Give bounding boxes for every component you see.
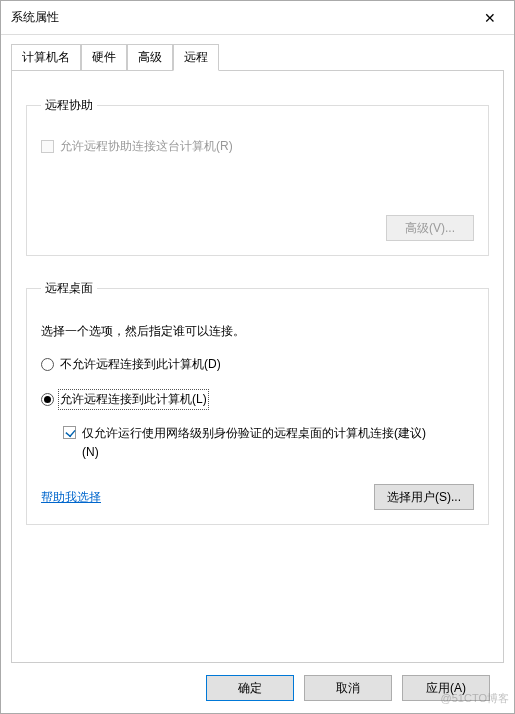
group-remote-assist: 远程协助 允许远程协助连接这台计算机(R) 高级(V)... — [26, 97, 489, 256]
radio-icon — [41, 393, 54, 406]
checkbox-icon — [41, 140, 54, 153]
button-cancel[interactable]: 取消 — [304, 675, 392, 701]
group-remote-desktop: 远程桌面 选择一个选项，然后指定谁可以连接。 不允许远程连接到此计算机(D) 允… — [26, 280, 489, 525]
tab-strip: 计算机名 硬件 高级 远程 — [11, 43, 504, 70]
system-properties-window: 系统属性 ✕ 计算机名 硬件 高级 远程 远程协助 允许远程协助连接这台计算机(… — [0, 0, 515, 714]
close-button[interactable]: ✕ — [468, 3, 512, 33]
close-icon: ✕ — [484, 10, 496, 26]
group-remote-desktop-legend: 远程桌面 — [41, 280, 97, 297]
link-help-choose[interactable]: 帮助我选择 — [41, 489, 101, 506]
radio-allow-remote[interactable]: 允许远程连接到此计算机(L) — [41, 391, 474, 408]
tab-remote[interactable]: 远程 — [173, 44, 219, 71]
button-select-users[interactable]: 选择用户(S)... — [374, 484, 474, 510]
titlebar: 系统属性 ✕ — [1, 1, 514, 35]
radio-allow-remote-label: 允许远程连接到此计算机(L) — [60, 391, 207, 408]
client-area: 计算机名 硬件 高级 远程 远程协助 允许远程协助连接这台计算机(R) 高级(V… — [1, 35, 514, 713]
window-title: 系统属性 — [11, 9, 59, 26]
button-apply[interactable]: 应用(A) — [402, 675, 490, 701]
radio-icon — [41, 358, 54, 371]
checkbox-allow-remote-assist-label: 允许远程协助连接这台计算机(R) — [60, 138, 233, 155]
group-remote-assist-legend: 远程协助 — [41, 97, 97, 114]
remote-desktop-instruction: 选择一个选项，然后指定谁可以连接。 — [41, 323, 474, 340]
checkbox-nla[interactable]: 仅允许运行使用网络级别身份验证的远程桌面的计算机连接(建议) (N) — [63, 424, 474, 462]
checkbox-allow-remote-assist: 允许远程协助连接这台计算机(R) — [41, 138, 474, 155]
radio-disallow-remote-label: 不允许远程连接到此计算机(D) — [60, 356, 221, 373]
tab-advanced[interactable]: 高级 — [127, 44, 173, 71]
button-remote-assist-advanced: 高级(V)... — [386, 215, 474, 241]
footer-buttons: 确定 取消 应用(A) — [11, 663, 504, 713]
checkbox-nla-label: 仅允许运行使用网络级别身份验证的远程桌面的计算机连接(建议) (N) — [82, 424, 426, 462]
button-ok[interactable]: 确定 — [206, 675, 294, 701]
checkbox-icon — [63, 426, 76, 439]
radio-disallow-remote[interactable]: 不允许远程连接到此计算机(D) — [41, 356, 474, 373]
tab-panel-remote: 远程协助 允许远程协助连接这台计算机(R) 高级(V)... 远程桌面 选择一个… — [11, 70, 504, 663]
tab-computer-name[interactable]: 计算机名 — [11, 44, 81, 71]
tab-hardware[interactable]: 硬件 — [81, 44, 127, 71]
